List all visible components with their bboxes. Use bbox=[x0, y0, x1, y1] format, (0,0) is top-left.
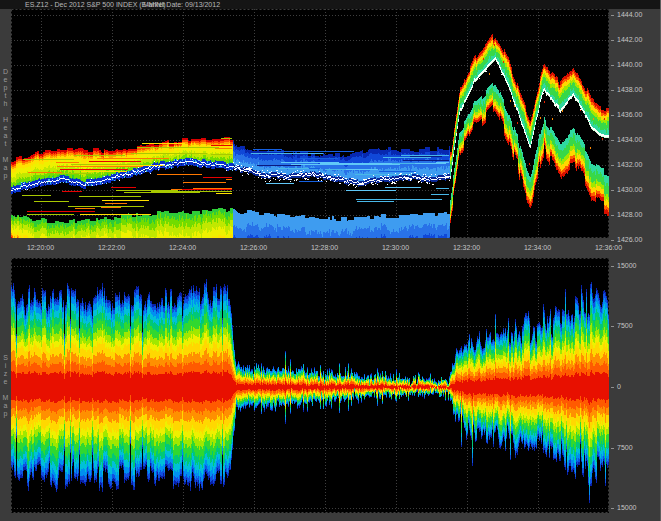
title-bar: ES.Z12 - Dec 2012 S&P 500 INDEX (E-MINI)… bbox=[0, 0, 661, 9]
panel-label-word: Depth bbox=[3, 68, 8, 108]
time-tick-label: 12:36:00 bbox=[595, 244, 622, 251]
axis-tick-mark bbox=[611, 65, 614, 66]
price-tick-label: 1440.00 bbox=[617, 61, 642, 68]
depth-panel-label: DepthHeatMap bbox=[0, 9, 11, 238]
axis-tick-mark bbox=[611, 266, 614, 267]
time-tick-label: 12:20:00 bbox=[27, 244, 54, 251]
axis-tick-mark bbox=[611, 508, 614, 509]
time-tick-label: 12:30:00 bbox=[382, 244, 409, 251]
price-tick-label: 1430.00 bbox=[617, 186, 642, 193]
price-tick-label: 1428.00 bbox=[617, 211, 642, 218]
time-tick-label: 12:26:00 bbox=[240, 244, 267, 251]
depth-map-window: ES.Z12 - Dec 2012 S&P 500 INDEX (E-MINI)… bbox=[0, 0, 661, 521]
size-tick-label: 15000 bbox=[617, 504, 636, 511]
price-tick-label: 1432.00 bbox=[617, 161, 642, 168]
axis-tick-mark bbox=[611, 115, 614, 116]
price-tick-label: 1442.00 bbox=[617, 36, 642, 43]
price-tick-label: 1436.00 bbox=[617, 111, 642, 118]
size-panel-label: SizeMap bbox=[0, 258, 11, 513]
time-tick-label: 12:24:00 bbox=[169, 244, 196, 251]
panel-label-word: Map bbox=[3, 156, 9, 180]
price-tick-label: 1438.00 bbox=[617, 86, 642, 93]
axis-tick-mark bbox=[611, 140, 614, 141]
size-tick-label: 7500 bbox=[617, 322, 633, 329]
axis-tick-mark bbox=[611, 326, 614, 327]
axis-tick-mark bbox=[611, 215, 614, 216]
depth-heat-map-canvas[interactable] bbox=[11, 9, 609, 238]
price-tick-label: 1426.00 bbox=[617, 236, 642, 243]
time-tick-label: 12:22:00 bbox=[98, 244, 125, 251]
axis-tick-mark bbox=[611, 40, 614, 41]
axis-tick-mark bbox=[611, 448, 614, 449]
size-tick-label: 15000 bbox=[617, 262, 636, 269]
panel-label-word: Heat bbox=[3, 116, 8, 148]
size-tick-label: 0 bbox=[617, 383, 621, 390]
axis-tick-mark bbox=[611, 190, 614, 191]
panel-label-word: Map bbox=[3, 394, 9, 418]
size-tick-label: 7500 bbox=[617, 444, 633, 451]
axis-tick-mark bbox=[611, 15, 614, 16]
time-tick-label: 12:28:00 bbox=[311, 244, 338, 251]
price-tick-label: 1444.00 bbox=[617, 11, 642, 18]
axis-tick-mark bbox=[611, 240, 614, 241]
market-date: Market Date: 09/13/2012 bbox=[143, 0, 220, 9]
panel-label-word: Size bbox=[3, 354, 8, 386]
price-tick-label: 1434.00 bbox=[617, 136, 642, 143]
time-tick-label: 12:32:00 bbox=[453, 244, 480, 251]
time-tick-label: 12:34:00 bbox=[524, 244, 551, 251]
axis-tick-mark bbox=[611, 90, 614, 91]
axis-tick-mark bbox=[611, 387, 614, 388]
axis-tick-mark bbox=[611, 165, 614, 166]
size-map-canvas[interactable] bbox=[11, 258, 609, 513]
